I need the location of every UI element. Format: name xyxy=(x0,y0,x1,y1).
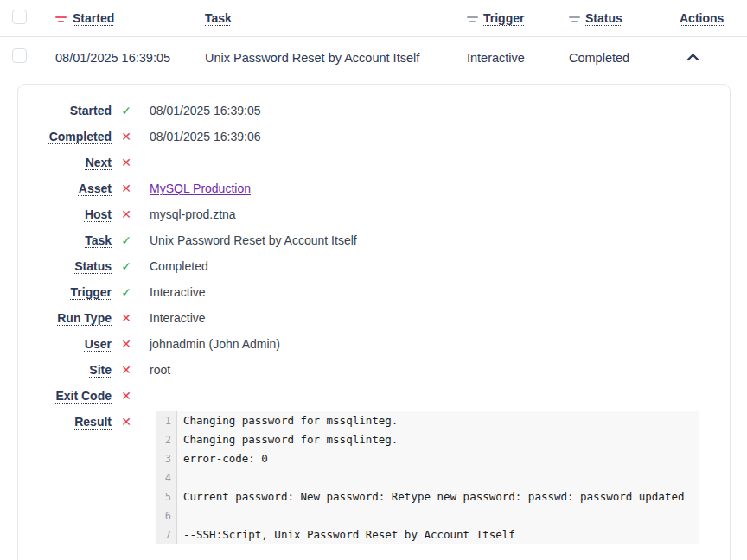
detail-row: Completed ✕ 08/01/2025 16:39:06 xyxy=(18,124,730,150)
field-value: 08/01/2025 16:39:06 xyxy=(150,124,260,150)
field-value: Interactive xyxy=(150,305,206,331)
line-text xyxy=(177,468,183,487)
detail-row-result: Result ✕ 1 Changing password for mssqlin… xyxy=(18,409,730,544)
detail-row: Trigger ✓ Interactive xyxy=(18,279,730,305)
detail-row: Site ✕ root xyxy=(18,357,730,383)
chevron-up-icon xyxy=(686,53,699,61)
line-number: 1 xyxy=(156,411,177,430)
field-label: Run Type xyxy=(18,305,112,331)
line-text: Changing password for mssqlinteg. xyxy=(177,430,398,449)
row-checkbox-cell xyxy=(0,48,55,67)
column-header-label[interactable]: Started xyxy=(73,11,114,25)
filter-icon[interactable] xyxy=(467,15,478,22)
line-text: Changing password for mssqlinteg. xyxy=(177,411,398,430)
field-label: Site xyxy=(18,357,112,383)
row-task-value: Unix Password Reset by Account Itself xyxy=(205,51,419,65)
x-icon: ✕ xyxy=(118,383,135,409)
asset-link[interactable]: MySQL Production xyxy=(150,181,251,195)
field-label: Task xyxy=(18,227,112,253)
x-icon: ✕ xyxy=(118,357,135,383)
detail-fields: Started ✓ 08/01/2025 16:39:05 Completed … xyxy=(18,98,730,409)
field-label: Status xyxy=(18,253,112,279)
line-number: 6 xyxy=(156,506,177,525)
line-number: 2 xyxy=(156,430,177,449)
result-output: 1 Changing password for mssqlinteg. 2 Ch… xyxy=(156,411,699,544)
detail-row: User ✕ johnadmin (John Admin) xyxy=(18,331,730,357)
field-value: MySQL Production xyxy=(150,175,251,201)
column-header-task[interactable]: Task xyxy=(205,10,467,26)
field-label: Host xyxy=(18,201,112,227)
table-row: 08/01/2025 16:39:05 Unix Password Reset … xyxy=(0,37,747,78)
line-number: 5 xyxy=(156,487,177,506)
x-icon: ✕ xyxy=(118,201,135,227)
code-line: 5 Current password: New password: Retype… xyxy=(156,487,699,506)
line-number: 7 xyxy=(156,525,177,544)
detail-row: Started ✓ 08/01/2025 16:39:05 xyxy=(18,98,730,124)
code-line: 6 xyxy=(156,506,699,525)
detail-row: Next ✕ xyxy=(18,150,730,175)
check-icon: ✓ xyxy=(118,98,135,124)
code-line: 2 Changing password for mssqlinteg. xyxy=(156,430,699,449)
row-trigger-value: Interactive xyxy=(467,51,525,65)
column-header-label[interactable]: Trigger xyxy=(483,11,524,25)
detail-row: Status ✓ Completed xyxy=(18,253,730,279)
column-header-label[interactable]: Status xyxy=(585,11,622,25)
detail-row: Task ✓ Unix Password Reset by Account It… xyxy=(18,227,730,253)
code-line: 1 Changing password for mssqlinteg. xyxy=(156,411,699,430)
check-icon: ✓ xyxy=(118,279,135,305)
code-line: 7 --SSH:Script, Unix Password Reset by A… xyxy=(156,525,699,544)
filter-icon[interactable] xyxy=(569,15,580,22)
field-label: Completed xyxy=(18,124,112,150)
column-header-actions: Actions xyxy=(680,10,747,26)
line-text: Current password: New password: Retype n… xyxy=(177,487,684,506)
field-label: User xyxy=(18,331,112,357)
field-value: johnadmin (John Admin) xyxy=(150,331,280,357)
line-text: error-code: 0 xyxy=(177,449,268,468)
job-detail-panel: Started ✓ 08/01/2025 16:39:05 Completed … xyxy=(17,84,731,560)
collapse-row-button[interactable] xyxy=(683,49,703,66)
field-label: Trigger xyxy=(18,279,112,305)
field-label: Asset xyxy=(18,175,112,201)
line-number: 3 xyxy=(156,449,177,468)
column-header-started[interactable]: Started xyxy=(55,11,205,25)
field-value: 08/01/2025 16:39:05 xyxy=(150,98,260,124)
line-text xyxy=(177,506,183,525)
header-checkbox-cell xyxy=(0,10,55,28)
x-icon: ✕ xyxy=(118,150,135,175)
field-value: Completed xyxy=(150,253,208,279)
row-started-value: 08/01/2025 16:39:05 xyxy=(55,51,170,65)
filter-icon[interactable] xyxy=(55,15,67,22)
x-icon: ✕ xyxy=(118,331,135,357)
column-header-trigger[interactable]: Trigger xyxy=(467,11,569,25)
detail-row: Run Type ✕ Interactive xyxy=(18,305,730,331)
x-icon: ✕ xyxy=(118,124,135,150)
line-number: 4 xyxy=(156,468,177,487)
detail-row: Host ✕ mysql-prod.ztna xyxy=(18,201,730,227)
field-value: mysql-prod.ztna xyxy=(150,201,236,227)
detail-row: Asset ✕ MySQL Production xyxy=(18,175,730,201)
field-label: Next xyxy=(18,150,112,175)
select-all-checkbox[interactable] xyxy=(12,10,27,24)
field-label: Result xyxy=(18,409,112,435)
column-header-label[interactable]: Task xyxy=(205,11,232,25)
jobs-table-header: Started Task Trigger Status Actions xyxy=(0,0,747,37)
check-icon: ✓ xyxy=(118,253,135,279)
field-value: root xyxy=(150,357,170,383)
field-value: Interactive xyxy=(150,279,206,305)
row-checkbox[interactable] xyxy=(12,48,27,63)
field-label: Started xyxy=(18,98,112,124)
line-text: --SSH:Script, Unix Password Reset by Acc… xyxy=(177,525,515,544)
x-icon: ✕ xyxy=(118,305,135,331)
x-icon: ✕ xyxy=(118,409,135,435)
check-icon: ✓ xyxy=(118,227,135,253)
field-value: Unix Password Reset by Account Itself xyxy=(150,227,357,253)
code-line: 3 error-code: 0 xyxy=(156,449,699,468)
detail-row: Exit Code ✕ xyxy=(18,383,730,409)
code-line: 4 xyxy=(156,468,699,487)
column-header-label: Actions xyxy=(680,11,724,25)
field-label: Exit Code xyxy=(18,383,112,409)
x-icon: ✕ xyxy=(118,175,135,201)
column-header-status[interactable]: Status xyxy=(569,11,680,25)
row-status-value: Completed xyxy=(569,51,629,65)
